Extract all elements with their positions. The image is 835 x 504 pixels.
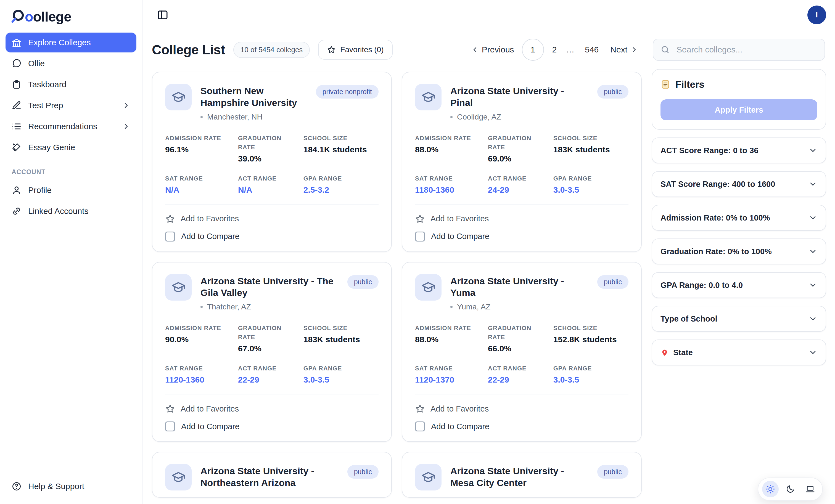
sidebar-item-profile[interactable]: Profile — [5, 180, 137, 200]
stat-label: ADMISSION RATE — [165, 323, 230, 333]
sidebar-item-taskboard[interactable]: Taskboard — [5, 75, 137, 94]
search-input[interactable] — [675, 44, 817, 55]
sidebar-item-explore-colleges[interactable]: Explore Colleges — [5, 33, 137, 52]
add-to-favorites-label: Add to Favorites — [430, 214, 489, 223]
sidebar-item-essay-genie[interactable]: Essay Genie — [5, 138, 137, 157]
apply-filters-button[interactable]: Apply Filters — [660, 99, 817, 120]
filter-gpa-range[interactable]: GPA Range: 0.0 to 4.0 — [652, 272, 826, 298]
location-bullet — [450, 116, 452, 118]
stat-label: SCHOOL SIZE — [303, 323, 379, 333]
filters-title-label: Filters — [675, 79, 705, 90]
add-to-compare-label: Add to Compare — [431, 422, 489, 431]
sidebar-item-label: Linked Accounts — [28, 207, 88, 216]
user-avatar[interactable]: I — [808, 5, 826, 24]
stat-act-range: ACT RANGE 22-29 — [238, 364, 296, 384]
pagination-previous-button[interactable]: Previous — [467, 44, 517, 55]
add-to-compare-control[interactable]: Add to Compare — [165, 228, 379, 245]
add-to-favorites-label: Add to Favorites — [430, 404, 489, 414]
sidebar-item-label: Ollie — [28, 59, 45, 68]
add-to-favorites-button[interactable]: Add to Favorites — [165, 400, 379, 418]
sidebar-item-test-prep[interactable]: Test Prep — [5, 96, 137, 115]
filter-sat-score-range[interactable]: SAT Score Range: 400 to 1600 — [652, 171, 826, 197]
chevron-right-icon — [122, 101, 130, 110]
stat-gpa-range: GPA RANGE 2.5-3.2 — [303, 174, 379, 195]
favorites-button[interactable]: Favorites (0) — [318, 40, 392, 60]
stat-label: GPA RANGE — [303, 174, 379, 183]
moon-icon — [786, 484, 795, 494]
stat-label: ACT RANGE — [238, 364, 296, 373]
graduation-cap-icon — [415, 84, 442, 110]
stat-value: 22-29 — [238, 375, 296, 384]
pagination-page-1[interactable]: 1 — [522, 39, 544, 61]
add-to-favorites-button[interactable]: Add to Favorites — [415, 400, 629, 418]
filter-graduation-rate[interactable]: Graduation Rate: 0% to 100% — [652, 238, 826, 265]
pagination-next-button[interactable]: Next — [607, 44, 642, 55]
college-card-header: Arizona State University - Northeastern … — [165, 464, 379, 490]
college-stats: ADMISSION RATE 88.0% GRADUATION RATE 69.… — [415, 133, 629, 195]
stat-label: SAT RANGE — [415, 174, 480, 183]
stat-label: GRADUATION RATE — [238, 323, 287, 342]
college-type-badge: public — [347, 275, 379, 289]
filter-type-of-school[interactable]: Type of School — [652, 306, 826, 332]
add-to-favorites-button[interactable]: Add to Favorites — [415, 210, 629, 228]
filter-state[interactable]: State — [652, 339, 826, 365]
college-location: Thatcher, AZ — [201, 302, 339, 311]
sidebar-item-linked-accounts[interactable]: Linked Accounts — [5, 201, 137, 221]
star-icon — [415, 214, 425, 224]
add-to-compare-control[interactable]: Add to Compare — [165, 418, 379, 435]
college-title-wrap: Arizona State University - Mesa City Cen… — [450, 464, 588, 489]
chat-bubble-icon — [12, 59, 22, 68]
sidebar-footer: Help & Support — [4, 477, 138, 496]
pagination-page-last[interactable]: 546 — [581, 43, 603, 57]
sidebar: oollege Explore Colleges Ollie Taskboard… — [0, 0, 142, 504]
graduation-cap-icon — [165, 274, 191, 300]
filters-panel: Filters Apply Filters ACT Score Range: 0… — [652, 33, 826, 504]
filter-label: SAT Score Range: 400 to 1600 — [660, 180, 775, 189]
compare-checkbox[interactable] — [415, 421, 425, 432]
filter-admission-rate[interactable]: Admission Rate: 0% to 100% — [652, 205, 826, 231]
college-stats: ADMISSION RATE 88.0% GRADUATION RATE 66.… — [415, 323, 629, 384]
compare-checkbox[interactable] — [415, 232, 425, 241]
sidebar-toggle-button[interactable] — [155, 7, 171, 23]
add-to-compare-label: Add to Compare — [181, 232, 239, 241]
filter-label: ACT Score Range: 0 to 36 — [660, 146, 758, 155]
stat-value: 1180-1360 — [415, 185, 480, 195]
filter-act-score-range[interactable]: ACT Score Range: 0 to 36 — [652, 138, 826, 163]
stat-sat-range: SAT RANGE 1180-1360 — [415, 174, 480, 195]
link-icon — [12, 206, 22, 216]
college-stats: ADMISSION RATE 90.0% GRADUATION RATE 67.… — [165, 323, 379, 384]
chevron-down-icon — [809, 281, 817, 290]
college-location: Manchester, NH — [201, 112, 307, 122]
page-title: College List — [152, 42, 225, 57]
chevron-down-icon — [809, 146, 817, 155]
college-card: Arizona State University - Mesa City Cen… — [402, 452, 642, 498]
college-count-badge: 10 of 5454 colleges — [233, 42, 310, 58]
stat-gpa-range: GPA RANGE 3.0-3.5 — [303, 364, 379, 384]
add-to-compare-control[interactable]: Add to Compare — [415, 228, 629, 245]
compare-checkbox[interactable] — [165, 232, 175, 241]
compare-checkbox[interactable] — [165, 421, 175, 432]
college-card: Arizona State University - Yuma Yuma, AZ… — [402, 262, 642, 442]
stat-label: ADMISSION RATE — [165, 133, 230, 143]
sidebar-item-help-support[interactable]: Help & Support — [5, 477, 137, 496]
sidebar-item-recommendations[interactable]: Recommendations — [5, 117, 137, 136]
logo-rest: ollege — [33, 9, 71, 25]
filters-card: Filters Apply Filters — [652, 69, 826, 130]
college-card-actions: Add to Favorites Add to Compare — [415, 204, 629, 245]
chevron-down-icon — [809, 213, 817, 222]
add-to-favorites-label: Add to Favorites — [181, 214, 239, 223]
brand-logo[interactable]: oollege — [4, 5, 138, 33]
theme-system-button[interactable] — [802, 481, 818, 497]
college-type-badge: public — [597, 85, 629, 99]
search-box[interactable] — [653, 39, 825, 61]
add-to-compare-control[interactable]: Add to Compare — [415, 418, 629, 435]
theme-light-button[interactable] — [762, 481, 779, 497]
sidebar-item-ollie[interactable]: Ollie — [5, 54, 137, 74]
add-to-favorites-button[interactable]: Add to Favorites — [165, 210, 379, 228]
college-card-actions: Add to Favorites Add to Compare — [165, 204, 379, 245]
pagination-page-2[interactable]: 2 — [548, 43, 561, 57]
theme-dark-button[interactable] — [782, 481, 798, 497]
college-title-wrap: Arizona State University - Yuma Yuma, AZ — [450, 274, 588, 312]
panel-left-icon — [157, 9, 168, 21]
graduation-cap-icon — [415, 464, 442, 490]
